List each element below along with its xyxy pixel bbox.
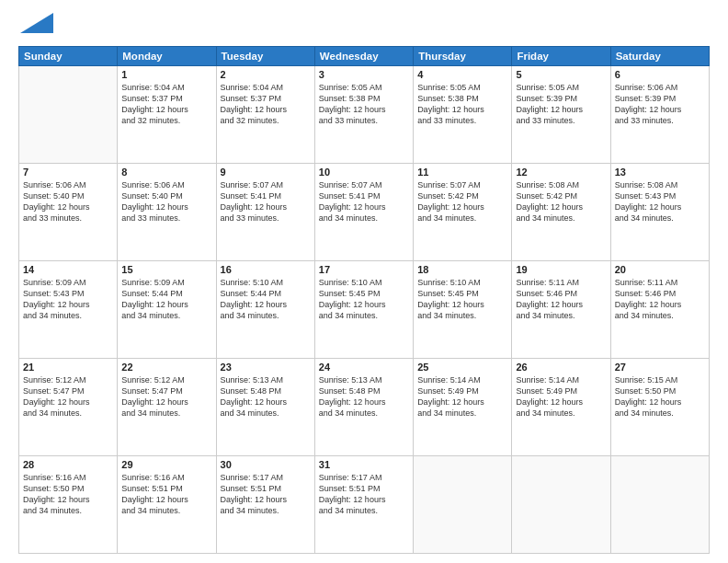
calendar-cell: 26Sunrise: 5:14 AM Sunset: 5:49 PM Dayli… <box>512 359 610 456</box>
page: SundayMondayTuesdayWednesdayThursdayFrid… <box>0 0 728 563</box>
day-number: 19 <box>516 264 606 275</box>
day-number: 20 <box>615 264 705 275</box>
cell-info: Sunrise: 5:05 AM Sunset: 5:38 PM Dayligh… <box>319 82 409 127</box>
calendar-cell <box>610 456 709 554</box>
day-number: 1 <box>121 69 211 80</box>
weekday-saturday: Saturday <box>610 47 709 66</box>
cell-info: Sunrise: 5:07 AM Sunset: 5:41 PM Dayligh… <box>319 179 409 224</box>
day-number: 6 <box>615 69 705 80</box>
cell-info: Sunrise: 5:08 AM Sunset: 5:43 PM Dayligh… <box>615 179 705 224</box>
cell-info: Sunrise: 5:10 AM Sunset: 5:44 PM Dayligh… <box>221 277 311 322</box>
day-number: 14 <box>23 264 113 275</box>
weekday-monday: Monday <box>118 47 216 66</box>
calendar-cell: 27Sunrise: 5:15 AM Sunset: 5:50 PM Dayli… <box>610 359 709 456</box>
week-row-3: 21Sunrise: 5:12 AM Sunset: 5:47 PM Dayli… <box>19 359 710 456</box>
day-number: 15 <box>121 264 211 275</box>
calendar-cell: 25Sunrise: 5:14 AM Sunset: 5:49 PM Dayli… <box>414 359 512 456</box>
calendar-cell <box>414 456 512 554</box>
weekday-thursday: Thursday <box>414 47 512 66</box>
day-number: 17 <box>319 264 409 275</box>
day-number: 25 <box>417 362 507 373</box>
day-number: 12 <box>516 167 606 178</box>
cell-info: Sunrise: 5:07 AM Sunset: 5:42 PM Dayligh… <box>417 179 507 224</box>
cell-info: Sunrise: 5:17 AM Sunset: 5:51 PM Dayligh… <box>221 472 311 517</box>
weekday-header-row: SundayMondayTuesdayWednesdayThursdayFrid… <box>19 47 710 66</box>
calendar-cell: 21Sunrise: 5:12 AM Sunset: 5:47 PM Dayli… <box>19 359 118 456</box>
cell-info: Sunrise: 5:09 AM Sunset: 5:44 PM Dayligh… <box>121 277 211 322</box>
calendar-cell: 23Sunrise: 5:13 AM Sunset: 5:48 PM Dayli… <box>216 359 314 456</box>
day-number: 10 <box>319 167 409 178</box>
cell-info: Sunrise: 5:04 AM Sunset: 5:37 PM Dayligh… <box>121 82 211 127</box>
day-number: 9 <box>221 167 311 178</box>
weekday-tuesday: Tuesday <box>216 47 314 66</box>
cell-info: Sunrise: 5:04 AM Sunset: 5:37 PM Dayligh… <box>221 82 311 127</box>
day-number: 11 <box>417 167 507 178</box>
day-number: 13 <box>615 167 705 178</box>
day-number: 29 <box>121 459 211 470</box>
cell-info: Sunrise: 5:06 AM Sunset: 5:39 PM Dayligh… <box>615 82 705 127</box>
logo <box>18 17 53 37</box>
day-number: 22 <box>121 362 211 373</box>
calendar-cell: 29Sunrise: 5:16 AM Sunset: 5:51 PM Dayli… <box>118 456 216 554</box>
calendar-cell: 4Sunrise: 5:05 AM Sunset: 5:38 PM Daylig… <box>414 66 512 164</box>
calendar-cell: 8Sunrise: 5:06 AM Sunset: 5:40 PM Daylig… <box>118 164 216 261</box>
week-row-0: 1Sunrise: 5:04 AM Sunset: 5:37 PM Daylig… <box>19 66 710 164</box>
cell-info: Sunrise: 5:10 AM Sunset: 5:45 PM Dayligh… <box>417 277 507 322</box>
cell-info: Sunrise: 5:16 AM Sunset: 5:51 PM Dayligh… <box>121 472 211 517</box>
calendar-cell: 17Sunrise: 5:10 AM Sunset: 5:45 PM Dayli… <box>314 261 413 359</box>
calendar-cell: 15Sunrise: 5:09 AM Sunset: 5:44 PM Dayli… <box>118 261 216 359</box>
calendar-cell: 12Sunrise: 5:08 AM Sunset: 5:42 PM Dayli… <box>512 164 610 261</box>
calendar-cell: 6Sunrise: 5:06 AM Sunset: 5:39 PM Daylig… <box>610 66 709 164</box>
day-number: 27 <box>615 362 705 373</box>
calendar-cell: 10Sunrise: 5:07 AM Sunset: 5:41 PM Dayli… <box>314 164 413 261</box>
calendar-cell: 1Sunrise: 5:04 AM Sunset: 5:37 PM Daylig… <box>118 66 216 164</box>
cell-info: Sunrise: 5:16 AM Sunset: 5:50 PM Dayligh… <box>23 472 113 517</box>
weekday-friday: Friday <box>512 47 610 66</box>
calendar-cell: 7Sunrise: 5:06 AM Sunset: 5:40 PM Daylig… <box>19 164 118 261</box>
day-number: 28 <box>23 459 113 470</box>
calendar-cell: 13Sunrise: 5:08 AM Sunset: 5:43 PM Dayli… <box>610 164 709 261</box>
cell-info: Sunrise: 5:13 AM Sunset: 5:48 PM Dayligh… <box>319 374 409 419</box>
calendar-cell: 9Sunrise: 5:07 AM Sunset: 5:41 PM Daylig… <box>216 164 314 261</box>
svg-marker-0 <box>20 13 53 33</box>
day-number: 5 <box>516 69 606 80</box>
cell-info: Sunrise: 5:17 AM Sunset: 5:51 PM Dayligh… <box>319 472 409 517</box>
cell-info: Sunrise: 5:11 AM Sunset: 5:46 PM Dayligh… <box>516 277 606 322</box>
calendar-cell: 2Sunrise: 5:04 AM Sunset: 5:37 PM Daylig… <box>216 66 314 164</box>
cell-info: Sunrise: 5:05 AM Sunset: 5:39 PM Dayligh… <box>516 82 606 127</box>
calendar-table: SundayMondayTuesdayWednesdayThursdayFrid… <box>18 46 710 554</box>
cell-info: Sunrise: 5:05 AM Sunset: 5:38 PM Dayligh… <box>417 82 507 127</box>
header <box>18 17 710 37</box>
calendar-cell: 30Sunrise: 5:17 AM Sunset: 5:51 PM Dayli… <box>216 456 314 554</box>
calendar-cell: 18Sunrise: 5:10 AM Sunset: 5:45 PM Dayli… <box>414 261 512 359</box>
cell-info: Sunrise: 5:12 AM Sunset: 5:47 PM Dayligh… <box>121 374 211 419</box>
calendar-cell: 28Sunrise: 5:16 AM Sunset: 5:50 PM Dayli… <box>19 456 118 554</box>
cell-info: Sunrise: 5:06 AM Sunset: 5:40 PM Dayligh… <box>121 179 211 224</box>
calendar-cell: 3Sunrise: 5:05 AM Sunset: 5:38 PM Daylig… <box>314 66 413 164</box>
cell-info: Sunrise: 5:09 AM Sunset: 5:43 PM Dayligh… <box>23 277 113 322</box>
cell-info: Sunrise: 5:10 AM Sunset: 5:45 PM Dayligh… <box>319 277 409 322</box>
day-number: 21 <box>23 362 113 373</box>
day-number: 16 <box>221 264 311 275</box>
calendar-cell: 31Sunrise: 5:17 AM Sunset: 5:51 PM Dayli… <box>314 456 413 554</box>
week-row-1: 7Sunrise: 5:06 AM Sunset: 5:40 PM Daylig… <box>19 164 710 261</box>
cell-info: Sunrise: 5:11 AM Sunset: 5:46 PM Dayligh… <box>615 277 705 322</box>
cell-info: Sunrise: 5:12 AM Sunset: 5:47 PM Dayligh… <box>23 374 113 419</box>
calendar-cell: 24Sunrise: 5:13 AM Sunset: 5:48 PM Dayli… <box>314 359 413 456</box>
day-number: 7 <box>23 167 113 178</box>
calendar-cell: 11Sunrise: 5:07 AM Sunset: 5:42 PM Dayli… <box>414 164 512 261</box>
calendar-cell: 19Sunrise: 5:11 AM Sunset: 5:46 PM Dayli… <box>512 261 610 359</box>
day-number: 18 <box>417 264 507 275</box>
calendar-cell: 16Sunrise: 5:10 AM Sunset: 5:44 PM Dayli… <box>216 261 314 359</box>
cell-info: Sunrise: 5:14 AM Sunset: 5:49 PM Dayligh… <box>417 374 507 419</box>
calendar-cell: 20Sunrise: 5:11 AM Sunset: 5:46 PM Dayli… <box>610 261 709 359</box>
day-number: 30 <box>221 459 311 470</box>
day-number: 8 <box>121 167 211 178</box>
day-number: 2 <box>221 69 311 80</box>
calendar-cell: 14Sunrise: 5:09 AM Sunset: 5:43 PM Dayli… <box>19 261 118 359</box>
day-number: 3 <box>319 69 409 80</box>
day-number: 4 <box>417 69 507 80</box>
calendar-cell: 22Sunrise: 5:12 AM Sunset: 5:47 PM Dayli… <box>118 359 216 456</box>
cell-info: Sunrise: 5:13 AM Sunset: 5:48 PM Dayligh… <box>221 374 311 419</box>
logo-wing-icon <box>20 13 53 33</box>
